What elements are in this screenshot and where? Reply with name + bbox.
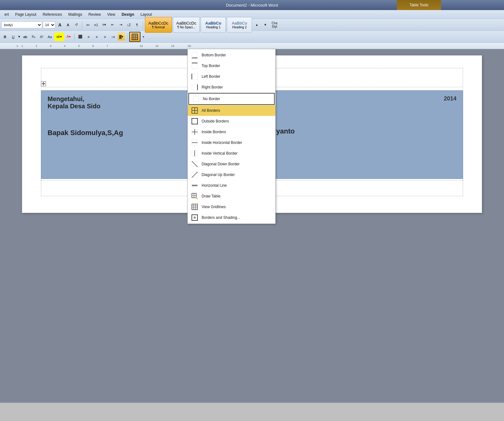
- inside-horizontal-label: Inside Horizontal Border: [202, 140, 242, 145]
- sep4: [127, 33, 127, 41]
- diagonal-up-item[interactable]: Diagonal Up Border: [188, 169, 275, 180]
- numbering-btn[interactable]: ≡1: [92, 21, 100, 29]
- justify-btn[interactable]: ≡: [101, 33, 109, 41]
- borders-shading-label: Borders and Shading...: [202, 215, 240, 220]
- left-border-icon: [191, 73, 198, 80]
- subscript-btn[interactable]: X₂: [30, 33, 37, 41]
- change-styles-btn[interactable]: ChaStyl: [270, 21, 279, 29]
- bold-btn[interactable]: B: [1, 33, 9, 41]
- inside-horizontal-item[interactable]: Inside Horizontal Border: [188, 137, 275, 148]
- menu-insert[interactable]: ert: [1, 11, 12, 18]
- svg-line-30: [192, 172, 198, 178]
- menu-layout[interactable]: Layout: [137, 11, 155, 18]
- title-text: Document2 - Microsoft Word: [226, 3, 278, 8]
- diagonal-up-label: Diagonal Up Border: [202, 173, 235, 177]
- show-formatting-btn[interactable]: ¶: [133, 21, 141, 29]
- multilevel-btn[interactable]: ≡▾: [100, 21, 108, 29]
- align-right-btn[interactable]: ≡: [93, 33, 100, 41]
- svg-rect-44: [194, 217, 196, 219]
- sep3: [74, 33, 75, 41]
- line-spacing-btn[interactable]: ↕≡: [109, 33, 117, 41]
- increase-indent-btn[interactable]: ⇥: [117, 21, 124, 29]
- styles-scroll-up[interactable]: ▲: [253, 21, 261, 29]
- sep1: [82, 21, 82, 29]
- inside-borders-icon: [191, 128, 198, 136]
- bullets-btn[interactable]: ≡•: [84, 21, 92, 29]
- menu-references[interactable]: References: [39, 11, 65, 18]
- svg-rect-38: [192, 204, 198, 210]
- align-center-btn[interactable]: ≡: [85, 33, 92, 41]
- menu-view[interactable]: View: [104, 11, 118, 18]
- strikethrough-btn[interactable]: ab: [21, 33, 29, 41]
- svg-rect-7: [192, 63, 198, 69]
- inside-vertical-item[interactable]: Inside Vertical Border: [188, 148, 275, 159]
- menu-review[interactable]: Review: [85, 11, 104, 18]
- borders-dropdown-btn[interactable]: [129, 32, 140, 42]
- styles-scroll-down[interactable]: ▼: [261, 21, 269, 29]
- underline-btn[interactable]: U: [9, 33, 17, 41]
- inside-vertical-label: Inside Vertical Border: [202, 151, 238, 156]
- style-nospacing-preview: AaBbCcDc: [176, 21, 197, 26]
- superscript-btn[interactable]: X²: [38, 33, 45, 41]
- decrease-indent-btn[interactable]: ⇤: [109, 21, 116, 29]
- diagonal-down-item[interactable]: Diagonal Down Border: [188, 159, 275, 169]
- highlight-btn[interactable]: ab▾: [54, 33, 64, 41]
- font-size-select[interactable]: 14: [43, 21, 55, 28]
- borders-shading-icon: [191, 214, 198, 221]
- bottom-border-item[interactable]: Bottom Border: [188, 50, 275, 60]
- menu-design[interactable]: Design: [118, 11, 137, 18]
- style-normal[interactable]: AaBbCcDc ¶ Normal: [145, 17, 172, 33]
- svg-rect-5: [192, 52, 198, 58]
- inside-vertical-icon: [191, 150, 198, 157]
- style-nospacing-label: ¶ No Spaci...: [177, 26, 195, 29]
- style-heading2[interactable]: AaBbCo Heading 2: [227, 17, 252, 33]
- no-border-item[interactable]: No Border: [188, 93, 275, 105]
- svg-rect-9: [192, 74, 198, 79]
- table-move-handle[interactable]: ✛: [41, 81, 46, 86]
- top-border-icon: [191, 62, 198, 70]
- menu-mailings[interactable]: Mailings: [65, 11, 85, 18]
- ruler: ·1· 1 2 3 4 5 6 7 13 14 15 ·16·: [0, 43, 504, 49]
- title-bar: Document2 - Microsoft Word Table Tools: [0, 0, 504, 10]
- all-borders-item[interactable]: All Borders: [188, 105, 275, 116]
- horizontal-line-item[interactable]: Horizontal Line: [188, 180, 275, 191]
- clear-format-btn[interactable]: ↺: [72, 21, 80, 29]
- right-border-label: Right Border: [202, 85, 223, 89]
- menu-page-layout[interactable]: Page Layout: [12, 11, 39, 18]
- outside-borders-item[interactable]: Outside Borders: [188, 116, 275, 127]
- right-name-container: Supriyanto: [259, 127, 457, 135]
- svg-rect-11: [192, 84, 198, 90]
- view-gridlines-icon: [191, 203, 198, 211]
- supriyanto-text: Supriyanto: [259, 127, 457, 135]
- inside-borders-item[interactable]: Inside Borders: [188, 127, 275, 137]
- svg-rect-0: [132, 34, 138, 40]
- borders-grid-icon: [132, 34, 138, 40]
- style-no-spacing[interactable]: AaBbCcDc ¶ No Spaci...: [173, 17, 200, 33]
- style-normal-label: ¶ Normal: [152, 26, 165, 29]
- horizontal-line-label: Horizontal Line: [202, 183, 227, 188]
- grow-font-btn[interactable]: A: [56, 21, 64, 29]
- view-gridlines-item[interactable]: View Gridlines: [188, 202, 275, 212]
- shrink-font-btn[interactable]: A: [64, 21, 72, 29]
- align-left-btn[interactable]: ⬛: [77, 33, 84, 41]
- top-border-item[interactable]: Top Border: [188, 60, 275, 71]
- style-h1-label: Heading 1: [206, 26, 220, 29]
- font-name-select[interactable]: body): [1, 21, 42, 28]
- all-borders-label: All Borders: [202, 108, 220, 113]
- sort-btn[interactable]: ↕Z: [125, 21, 133, 29]
- borders-arrow-btn[interactable]: ▾: [141, 33, 146, 41]
- draw-table-item[interactable]: Draw Table: [188, 191, 275, 202]
- borders-shading-item[interactable]: Borders and Shading...: [188, 212, 275, 223]
- style-heading1[interactable]: AaBbCo Heading 1: [201, 17, 226, 33]
- font-color-btn[interactable]: A▾: [65, 33, 72, 41]
- text-effects-btn[interactable]: Aa: [46, 33, 54, 41]
- svg-point-37: [196, 197, 197, 198]
- right-border-item[interactable]: Right Border: [188, 82, 275, 93]
- shading-btn[interactable]: ▓▾: [117, 33, 125, 41]
- draw-table-icon: [191, 192, 198, 200]
- left-border-item[interactable]: Left Border: [188, 71, 275, 82]
- outside-borders-label: Outside Borders: [202, 119, 229, 123]
- style-h1-preview: AaBbCo: [205, 21, 221, 26]
- sep2: [143, 21, 143, 29]
- diagonal-down-label: Diagonal Down Border: [202, 162, 240, 166]
